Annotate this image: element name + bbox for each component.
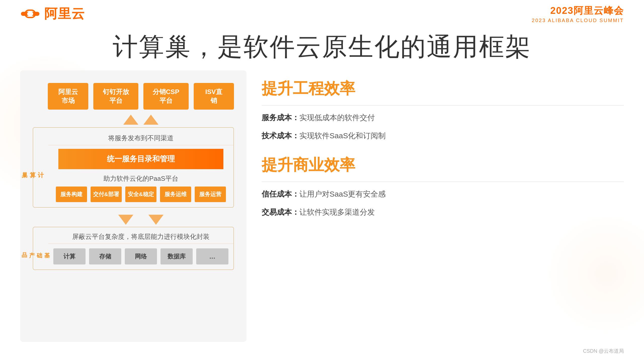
compute-nest-box: 计算巢 将服务发布到不同渠道 统一服务目录和管理 助力软件云化的PaaS平台 服… (33, 127, 234, 208)
footer: CSDN @云布道局 (583, 348, 624, 354)
infra-label: 基础产品 (21, 248, 51, 249)
benefit-text-2-0: 让用户对SaaS更有安全感 (299, 190, 386, 198)
paas-section: 助力软件云化的PaaS平台 服务构建 交付&部署 安全&稳定 服务运维 服务运营 (48, 169, 233, 207)
logo: 阿里云 (20, 5, 85, 23)
benefit-title-1: 提升工程效率 (262, 78, 624, 99)
benefit-item-1-1: 技术成本：实现软件SaaS化和订阅制 (262, 130, 624, 142)
header: 阿里云 2023阿里云峰会 2023 ALIBABA CLOUD SUMMIT (0, 0, 644, 28)
footer-text: CSDN @云布道局 (583, 348, 624, 354)
infra-box: 基础产品 屏蔽云平台复杂度，将底层能力进行模块化封装 计算 存储 网络 数据库 … (33, 227, 234, 270)
arrow-up-left (123, 115, 138, 125)
benefit-item-2-0: 信任成本：让用户对SaaS更有安全感 (262, 188, 624, 200)
summit-subtitle: 2023 ALIBABA CLOUD SUMMIT (532, 18, 624, 23)
paas-item-3: 服务运维 (160, 187, 191, 202)
benefit-text-1-0: 实现低成本的软件交付 (299, 113, 375, 122)
svg-marker-3 (123, 115, 138, 125)
divider-2 (262, 182, 624, 182)
benefit-title-2: 提升商业效率 (262, 154, 624, 175)
svg-marker-6 (148, 215, 164, 225)
infra-compute: 计算 (53, 248, 86, 264)
channel-dingding: 钉钉开放平台 (93, 83, 138, 110)
catalog-bar: 统一服务目录和管理 (58, 149, 223, 169)
paas-boxes: 服务构建 交付&部署 安全&稳定 服务运维 服务运营 (53, 187, 228, 207)
svg-rect-2 (27, 12, 33, 16)
svg-marker-5 (118, 215, 133, 225)
benefit-item-1-0: 服务成本：实现低成本的软件交付 (262, 112, 624, 124)
paas-item-4: 服务运营 (195, 187, 226, 202)
channel-csp: 分销CSP平台 (143, 83, 189, 110)
benefit-label-2-0: 信任成本： (262, 190, 299, 198)
summit-info: 2023阿里云峰会 2023 ALIBABA CLOUD SUMMIT (532, 4, 624, 23)
benefit-section-1: 提升工程效率 服务成本：实现低成本的软件交付 技术成本：实现软件SaaS化和订阅… (262, 78, 624, 142)
benefit-label-1-0: 服务成本： (262, 113, 299, 122)
summit-year: 2023阿里云峰会 (532, 4, 624, 17)
arrow-up-right (143, 115, 158, 125)
infra-more: ... (196, 248, 228, 264)
divider-1 (262, 105, 624, 106)
compute-nest-label: 计算巢 (21, 167, 45, 168)
benefit-text-1-1: 实现软件SaaS化和订阅制 (299, 131, 386, 140)
channel-isv: ISV直销 (194, 83, 234, 110)
page-title-container: 计算巢，是软件云原生化的通用框架 (0, 30, 644, 64)
right-content: 提升工程效率 服务成本：实现低成本的软件交付 技术成本：实现软件SaaS化和订阅… (262, 70, 624, 342)
infra-network: 网络 (125, 248, 157, 264)
svg-marker-4 (143, 115, 158, 125)
arrow-down-left (118, 215, 133, 225)
benefit-item-2-1: 交易成本：让软件实现多渠道分发 (262, 206, 624, 218)
channels-row: 阿里云市场 钉钉开放平台 分销CSP平台 ISV直销 (33, 83, 234, 110)
main-content: 阿里云市场 钉钉开放平台 分销CSP平台 ISV直销 计算巢 将服务发布到不同渠… (20, 70, 624, 342)
infra-title: 屏蔽云平台复杂度，将底层能力进行模块化封装 (48, 227, 233, 244)
infra-database: 数据库 (160, 248, 193, 264)
diagram-container: 阿里云市场 钉钉开放平台 分销CSP平台 ISV直销 计算巢 将服务发布到不同渠… (20, 70, 247, 342)
arrow-down-right (148, 215, 164, 225)
logo-text: 阿里云 (44, 5, 85, 23)
arrow-row-bottom (33, 213, 234, 227)
benefit-label-1-1: 技术成本： (262, 131, 299, 140)
paas-item-2: 安全&稳定 (125, 187, 156, 202)
paas-item-0: 服务构建 (56, 187, 87, 202)
channel-aliyun: 阿里云市场 (48, 83, 88, 110)
benefit-text-2-1: 让软件实现多渠道分发 (299, 208, 375, 216)
page-title: 计算巢，是软件云原生化的通用框架 (0, 30, 644, 64)
infra-storage: 存储 (89, 248, 121, 264)
benefit-label-2-1: 交易成本： (262, 208, 299, 216)
benefit-section-2: 提升商业效率 信任成本：让用户对SaaS更有安全感 交易成本：让软件实现多渠道分… (262, 154, 624, 218)
paas-item-1: 交付&部署 (91, 187, 122, 202)
service-publish-row: 将服务发布到不同渠道 (48, 128, 233, 145)
infra-boxes: 计算 存储 网络 数据库 ... (48, 244, 233, 269)
paas-title: 助力软件云化的PaaS平台 (53, 174, 228, 183)
arrow-row-top (33, 115, 234, 125)
alibaba-cloud-icon (20, 6, 40, 21)
